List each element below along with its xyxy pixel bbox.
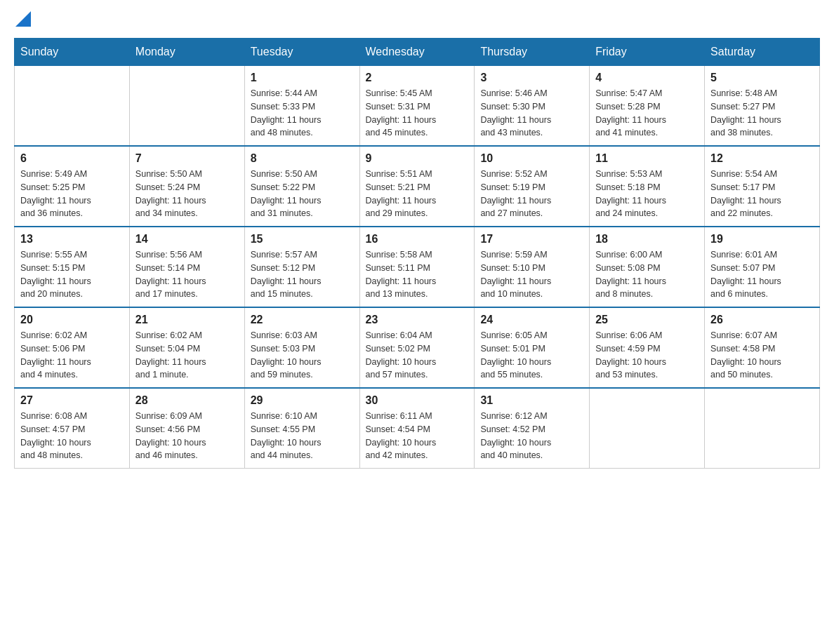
day-number: 21 <box>135 314 239 326</box>
calendar-cell: 30Sunrise: 6:11 AM Sunset: 4:54 PM Dayli… <box>359 388 475 469</box>
day-info: Sunrise: 6:02 AM Sunset: 5:06 PM Dayligh… <box>20 329 124 382</box>
day-number: 4 <box>595 72 699 84</box>
day-info: Sunrise: 5:51 AM Sunset: 5:21 PM Dayligh… <box>366 168 469 220</box>
calendar-row: 1Sunrise: 5:44 AM Sunset: 5:33 PM Daylig… <box>15 66 820 147</box>
day-number: 10 <box>480 152 583 165</box>
calendar-row: 20Sunrise: 6:02 AM Sunset: 5:06 PM Dayli… <box>15 307 820 388</box>
day-number: 11 <box>595 152 699 165</box>
calendar-cell: 13Sunrise: 5:55 AM Sunset: 5:15 PM Dayli… <box>15 227 130 307</box>
calendar-cell: 28Sunrise: 6:09 AM Sunset: 4:56 PM Dayli… <box>129 388 244 469</box>
calendar-cell: 4Sunrise: 5:47 AM Sunset: 5:28 PM Daylig… <box>590 66 705 147</box>
day-info: Sunrise: 5:57 AM Sunset: 5:12 PM Dayligh… <box>251 248 354 301</box>
day-info: Sunrise: 5:46 AM Sunset: 5:30 PM Dayligh… <box>480 87 583 140</box>
header-cell-wednesday: Wednesday <box>359 39 475 66</box>
calendar-cell: 2Sunrise: 5:45 AM Sunset: 5:31 PM Daylig… <box>359 66 475 147</box>
day-number: 26 <box>710 314 814 326</box>
day-number: 20 <box>20 314 124 326</box>
calendar-row: 27Sunrise: 6:08 AM Sunset: 4:57 PM Dayli… <box>15 388 820 469</box>
day-number: 31 <box>480 394 583 407</box>
calendar-cell: 5Sunrise: 5:48 AM Sunset: 5:27 PM Daylig… <box>705 66 820 147</box>
day-number: 13 <box>20 233 124 246</box>
day-info: Sunrise: 6:12 AM Sunset: 4:52 PM Dayligh… <box>480 410 583 462</box>
header-cell-thursday: Thursday <box>475 39 590 66</box>
header-cell-sunday: Sunday <box>15 39 130 66</box>
svg-marker-0 <box>15 11 31 27</box>
day-number: 24 <box>480 314 583 326</box>
calendar-row: 13Sunrise: 5:55 AM Sunset: 5:15 PM Dayli… <box>15 227 820 307</box>
calendar-cell <box>590 388 705 469</box>
calendar-cell: 9Sunrise: 5:51 AM Sunset: 5:21 PM Daylig… <box>359 146 475 227</box>
calendar-cell: 15Sunrise: 5:57 AM Sunset: 5:12 PM Dayli… <box>244 227 359 307</box>
day-number: 12 <box>710 152 814 165</box>
calendar-cell: 16Sunrise: 5:58 AM Sunset: 5:11 PM Dayli… <box>359 227 475 307</box>
calendar-cell: 24Sunrise: 6:05 AM Sunset: 5:01 PM Dayli… <box>475 307 590 388</box>
day-info: Sunrise: 5:44 AM Sunset: 5:33 PM Dayligh… <box>251 87 354 140</box>
day-number: 15 <box>251 233 354 246</box>
day-info: Sunrise: 5:52 AM Sunset: 5:19 PM Dayligh… <box>480 168 583 220</box>
calendar-cell: 12Sunrise: 5:54 AM Sunset: 5:17 PM Dayli… <box>705 146 820 227</box>
day-number: 1 <box>251 72 354 84</box>
day-info: Sunrise: 6:01 AM Sunset: 5:07 PM Dayligh… <box>710 248 814 301</box>
day-info: Sunrise: 5:59 AM Sunset: 5:10 PM Dayligh… <box>480 248 583 301</box>
calendar-row: 6Sunrise: 5:49 AM Sunset: 5:25 PM Daylig… <box>15 146 820 227</box>
calendar-cell <box>705 388 820 469</box>
day-info: Sunrise: 5:55 AM Sunset: 5:15 PM Dayligh… <box>20 248 124 301</box>
day-info: Sunrise: 6:09 AM Sunset: 4:56 PM Dayligh… <box>135 410 239 462</box>
calendar-header-row: SundayMondayTuesdayWednesdayThursdayFrid… <box>15 39 820 66</box>
calendar-cell <box>15 66 130 147</box>
day-info: Sunrise: 5:54 AM Sunset: 5:17 PM Dayligh… <box>710 168 814 220</box>
day-number: 29 <box>251 394 354 407</box>
day-number: 14 <box>135 233 239 246</box>
day-number: 3 <box>480 72 583 84</box>
calendar-cell: 26Sunrise: 6:07 AM Sunset: 4:58 PM Dayli… <box>705 307 820 388</box>
day-number: 16 <box>366 233 469 246</box>
calendar-cell: 23Sunrise: 6:04 AM Sunset: 5:02 PM Dayli… <box>359 307 475 388</box>
day-info: Sunrise: 6:08 AM Sunset: 4:57 PM Dayligh… <box>20 410 124 462</box>
day-number: 27 <box>20 394 124 407</box>
day-info: Sunrise: 6:03 AM Sunset: 5:03 PM Dayligh… <box>251 329 354 382</box>
day-info: Sunrise: 6:00 AM Sunset: 5:08 PM Dayligh… <box>595 248 699 301</box>
day-number: 19 <box>710 233 814 246</box>
day-info: Sunrise: 5:50 AM Sunset: 5:22 PM Dayligh… <box>251 168 354 220</box>
day-number: 9 <box>366 152 469 165</box>
calendar-cell: 7Sunrise: 5:50 AM Sunset: 5:24 PM Daylig… <box>129 146 244 227</box>
day-number: 28 <box>135 394 239 407</box>
day-number: 2 <box>366 72 469 84</box>
day-number: 30 <box>366 394 469 407</box>
day-info: Sunrise: 5:58 AM Sunset: 5:11 PM Dayligh… <box>366 248 469 301</box>
header-cell-saturday: Saturday <box>705 39 820 66</box>
header-cell-tuesday: Tuesday <box>244 39 359 66</box>
calendar-cell: 29Sunrise: 6:10 AM Sunset: 4:55 PM Dayli… <box>244 388 359 469</box>
header-cell-friday: Friday <box>590 39 705 66</box>
day-info: Sunrise: 5:45 AM Sunset: 5:31 PM Dayligh… <box>366 87 469 140</box>
calendar-cell: 11Sunrise: 5:53 AM Sunset: 5:18 PM Dayli… <box>590 146 705 227</box>
day-number: 6 <box>20 152 124 165</box>
day-number: 17 <box>480 233 583 246</box>
calendar-cell: 20Sunrise: 6:02 AM Sunset: 5:06 PM Dayli… <box>15 307 130 388</box>
day-info: Sunrise: 5:47 AM Sunset: 5:28 PM Dayligh… <box>595 87 699 140</box>
day-number: 5 <box>710 72 814 84</box>
calendar-cell: 8Sunrise: 5:50 AM Sunset: 5:22 PM Daylig… <box>244 146 359 227</box>
day-info: Sunrise: 6:11 AM Sunset: 4:54 PM Dayligh… <box>366 410 469 462</box>
day-number: 8 <box>251 152 354 165</box>
calendar-cell: 31Sunrise: 6:12 AM Sunset: 4:52 PM Dayli… <box>475 388 590 469</box>
day-info: Sunrise: 6:07 AM Sunset: 4:58 PM Dayligh… <box>710 329 814 382</box>
day-info: Sunrise: 6:04 AM Sunset: 5:02 PM Dayligh… <box>366 329 469 382</box>
calendar-cell <box>129 66 244 147</box>
calendar-cell: 25Sunrise: 6:06 AM Sunset: 4:59 PM Dayli… <box>590 307 705 388</box>
logo-triangle-icon <box>15 11 31 27</box>
calendar-cell: 22Sunrise: 6:03 AM Sunset: 5:03 PM Dayli… <box>244 307 359 388</box>
day-info: Sunrise: 5:56 AM Sunset: 5:14 PM Dayligh… <box>135 248 239 301</box>
day-number: 25 <box>595 314 699 326</box>
calendar-table: SundayMondayTuesdayWednesdayThursdayFrid… <box>14 38 820 469</box>
day-info: Sunrise: 6:06 AM Sunset: 4:59 PM Dayligh… <box>595 329 699 382</box>
day-info: Sunrise: 6:02 AM Sunset: 5:04 PM Dayligh… <box>135 329 239 382</box>
calendar-cell: 19Sunrise: 6:01 AM Sunset: 5:07 PM Dayli… <box>705 227 820 307</box>
header-cell-monday: Monday <box>129 39 244 66</box>
day-number: 22 <box>251 314 354 326</box>
day-info: Sunrise: 5:53 AM Sunset: 5:18 PM Dayligh… <box>595 168 699 220</box>
day-info: Sunrise: 5:48 AM Sunset: 5:27 PM Dayligh… <box>710 87 814 140</box>
calendar-cell: 6Sunrise: 5:49 AM Sunset: 5:25 PM Daylig… <box>15 146 130 227</box>
header <box>14 14 820 24</box>
calendar-cell: 10Sunrise: 5:52 AM Sunset: 5:19 PM Dayli… <box>475 146 590 227</box>
